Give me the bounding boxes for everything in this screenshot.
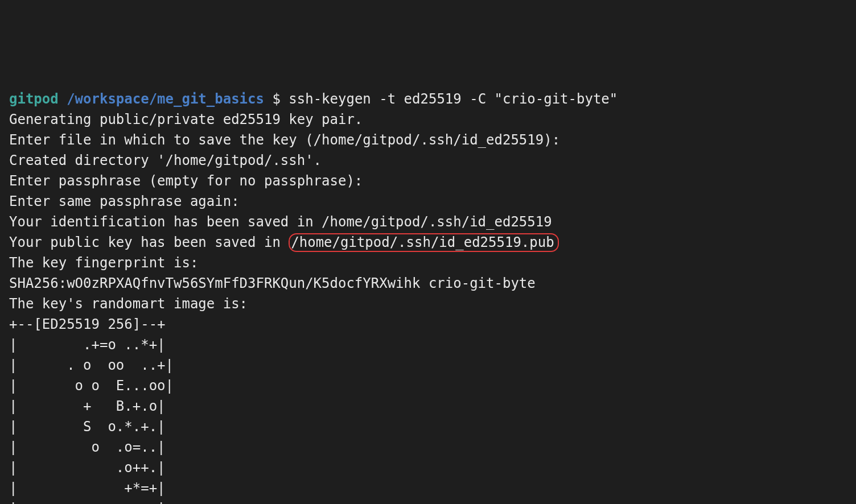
command-input[interactable]: ssh-keygen -t ed25519 -C "crio-git-byte" (289, 91, 618, 107)
output-line: Enter file in which to save the key (/ho… (9, 130, 847, 150)
output-line: Created directory '/home/gitpod/.ssh'. (9, 150, 847, 171)
output-line-pubkey: Your public key has been saved in /home/… (9, 232, 847, 253)
output-line: The key fingerprint is: (9, 253, 847, 273)
prompt-user: gitpod (9, 91, 59, 107)
output-text: Your public key has been saved in (9, 234, 289, 250)
output-line: Generating public/private ed25519 key pa… (9, 109, 847, 130)
randomart-line: | o o E...oo| (9, 375, 847, 396)
prompt-line-1: gitpod /workspace/me_git_basics $ ssh-ke… (9, 89, 847, 109)
randomart-line: | . o oo ..+| (9, 355, 847, 375)
terminal-window[interactable]: gitpod /workspace/me_git_basics $ ssh-ke… (9, 89, 847, 504)
output-line: The key's randomart image is: (9, 294, 847, 314)
randomart-line: | + B.+.o| (9, 396, 847, 416)
randomart-line: | .o++.| (9, 457, 847, 478)
randomart-line: | +*=+| (9, 478, 847, 498)
output-line: Enter same passphrase again: (9, 191, 847, 212)
output-line: SHA256:wO0zRPXAQfnvTw56SYmFfD3FRKQun/K5d… (9, 273, 847, 294)
highlighted-path: /home/gitpod/.ssh/id_ed25519.pub (289, 233, 558, 252)
randomart-line: +--[ED25519 256]--+ (9, 314, 847, 334)
randomart-line: | .o+==| (9, 498, 847, 504)
prompt-dollar: $ (272, 91, 280, 107)
randomart-line: | o .o=..| (9, 437, 847, 457)
randomart-line: | S o.*.+.| (9, 416, 847, 437)
output-line: Your identification has been saved in /h… (9, 212, 847, 232)
prompt-path: /workspace/me_git_basics (67, 91, 264, 107)
output-line: Enter passphrase (empty for no passphras… (9, 171, 847, 191)
randomart-line: | .+=o ..*+| (9, 334, 847, 355)
